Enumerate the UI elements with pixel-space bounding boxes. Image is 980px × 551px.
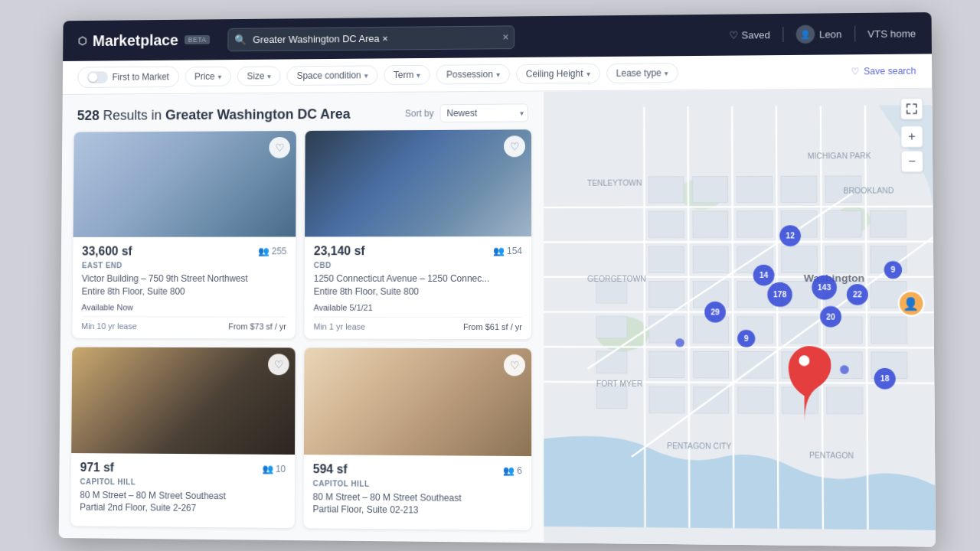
ceiling-height-filter[interactable]: Ceiling Height ▾ [516, 64, 600, 84]
svg-rect-46 [596, 351, 627, 373]
svg-rect-35 [737, 352, 773, 379]
map-pin-7[interactable]: 20 [820, 306, 841, 328]
svg-point-91 [840, 365, 849, 374]
svg-text:PENTAGON: PENTAGON [809, 451, 854, 460]
card-neighborhood-4: CAPITOL HILL [313, 479, 522, 489]
favorite-button-4[interactable]: ♡ [504, 354, 525, 376]
main-content: 528 Results in Greater Washington DC Are… [59, 89, 936, 547]
lease-type-chevron-icon: ▾ [665, 69, 668, 77]
svg-text:18: 18 [880, 374, 890, 383]
svg-text:9: 9 [744, 334, 749, 343]
search-input[interactable] [228, 25, 515, 51]
svg-rect-39 [649, 386, 684, 413]
svg-rect-4 [648, 177, 684, 203]
price-filter[interactable]: Price ▾ [185, 67, 231, 86]
svg-rect-11 [737, 211, 772, 237]
toggle-switch-icon[interactable] [87, 71, 108, 83]
user-menu[interactable]: 👤 Leon [795, 24, 841, 44]
map-pin-3[interactable]: 178 [767, 282, 792, 307]
term-label: Term [394, 70, 413, 80]
map-pin-2[interactable]: 14 [753, 265, 775, 286]
save-search-label: Save search [864, 66, 916, 77]
suite-text-1: Entire 8th Floor, Suite 800 [82, 286, 185, 297]
svg-text:TENLEYTOWN: TENLEYTOWN [587, 178, 642, 187]
zoom-out-button[interactable]: − [901, 151, 923, 172]
navbar: ⬡ Marketplace BETA 🔍 × ♡ Saved 👤 Leon VT… [63, 12, 932, 61]
svg-text:GEORGETOWN: GEORGETOWN [587, 275, 646, 283]
search-clear-icon[interactable]: × [502, 31, 508, 43]
beta-badge: BETA [185, 35, 211, 44]
lease-type-filter[interactable]: Lease type ▾ [606, 63, 678, 83]
address-text-3: 80 M Street – 80 M Street Southeast [80, 489, 226, 501]
card-capacity-1: 👥 255 [258, 246, 286, 256]
saved-button[interactable]: ♡ Saved [729, 29, 770, 41]
save-search-heart-icon: ♡ [851, 66, 860, 77]
svg-rect-6 [737, 176, 772, 202]
map-pin-5[interactable]: 22 [847, 284, 868, 305]
svg-text:12: 12 [786, 231, 795, 240]
card-image-4: ♡ [304, 347, 531, 456]
svg-rect-15 [648, 246, 684, 272]
svg-text:29: 29 [710, 308, 720, 316]
browser-window: ⬡ Marketplace BETA 🔍 × ♡ Saved 👤 Leon VT… [59, 12, 936, 547]
nav-divider-2 [854, 26, 855, 41]
card-image-1: ♡ [74, 131, 296, 237]
space-condition-filter[interactable]: Space condition ▾ [287, 65, 378, 86]
size-filter[interactable]: Size ▾ [237, 66, 281, 86]
svg-rect-5 [693, 176, 728, 202]
card-stats-4: 594 sf 👥 6 [313, 462, 522, 478]
card-body-1: 33,600 sf 👥 255 EAST END Victor Building… [72, 236, 296, 338]
card-stats-1: 33,600 sf 👥 255 [82, 244, 286, 258]
map-pin-9[interactable]: 9 [737, 330, 755, 347]
listing-card-4[interactable]: ♡ 594 sf 👥 6 CAPITOL HILL 80 M Stree [304, 347, 532, 530]
favorite-button-2[interactable]: ♡ [504, 135, 525, 157]
save-search-button[interactable]: ♡ Save search [851, 66, 916, 77]
map-controls: + − [900, 98, 923, 172]
address-text-2: 1250 Connecticut Avenue – 1250 Connec... [314, 273, 490, 284]
term-chevron-icon: ▾ [416, 70, 420, 79]
suite-text-2: Entire 8th Floor, Suite 800 [314, 286, 419, 297]
vts-home-link[interactable]: VTS home [867, 28, 916, 40]
possession-filter[interactable]: Possession ▾ [436, 64, 510, 85]
card-body-3: 971 sf 👥 10 CAPITOL HILL 80 M Street – 8… [70, 453, 295, 529]
svg-rect-32 [871, 317, 907, 344]
svg-text:20: 20 [826, 312, 835, 321]
suite-text-4: Partial Floor, Suite 02-213 [312, 504, 418, 516]
capacity-value-1: 255 [272, 246, 287, 256]
card-sqft-3: 971 sf [80, 461, 114, 474]
card-capacity-4: 👥 6 [503, 465, 522, 476]
size-label: Size [247, 70, 265, 81]
card-neighborhood-1: EAST END [82, 261, 287, 269]
first-to-market-toggle[interactable]: First to Market [77, 67, 179, 88]
svg-rect-43 [827, 387, 863, 414]
svg-line-49 [544, 242, 933, 243]
listing-card[interactable]: ♡ 33,600 sf 👥 255 EAST END Victor Bu [72, 131, 296, 338]
map-pin-4[interactable]: 143 [812, 276, 837, 300]
term-filter[interactable]: Term ▾ [384, 65, 430, 85]
map-pin-6[interactable]: 9 [884, 261, 903, 279]
listing-card-3[interactable]: ♡ 971 sf 👥 10 CAPITOL HILL 80 M Stre [70, 347, 295, 528]
map-pin-1[interactable]: 12 [779, 225, 801, 246]
svg-text:14: 14 [760, 271, 769, 279]
listing-card-2[interactable]: ♡ 23,140 sf 👥 154 CBD 1250 Connectic [305, 129, 532, 339]
card-sqft-2: 23,140 sf [314, 244, 365, 258]
capacity-value-3: 10 [276, 463, 286, 474]
results-label: Results in [103, 107, 162, 122]
favorite-button-1[interactable]: ♡ [269, 137, 290, 158]
svg-rect-45 [596, 316, 627, 338]
map-pin-8[interactable]: 29 [704, 302, 726, 323]
app-title: Marketplace [93, 31, 178, 50]
card-capacity-2: 👥 154 [493, 246, 522, 256]
sort-select[interactable]: Newest Oldest Price Low-High Price High-… [439, 103, 528, 122]
user-location-marker: 👤 [899, 291, 924, 315]
zoom-in-button[interactable]: + [901, 126, 923, 147]
svg-text:9: 9 [890, 266, 895, 274]
price-label: Price [194, 71, 215, 82]
results-location: Greater Washington DC Area [165, 106, 351, 122]
svg-line-48 [544, 207, 933, 207]
card-terms-2: Min 1 yr lease From $61 sf / yr [313, 316, 522, 331]
favorite-button-3[interactable]: ♡ [268, 354, 289, 375]
capacity-value-2: 154 [507, 246, 522, 256]
svg-rect-30 [782, 317, 818, 344]
map-expand-button[interactable] [900, 98, 923, 119]
